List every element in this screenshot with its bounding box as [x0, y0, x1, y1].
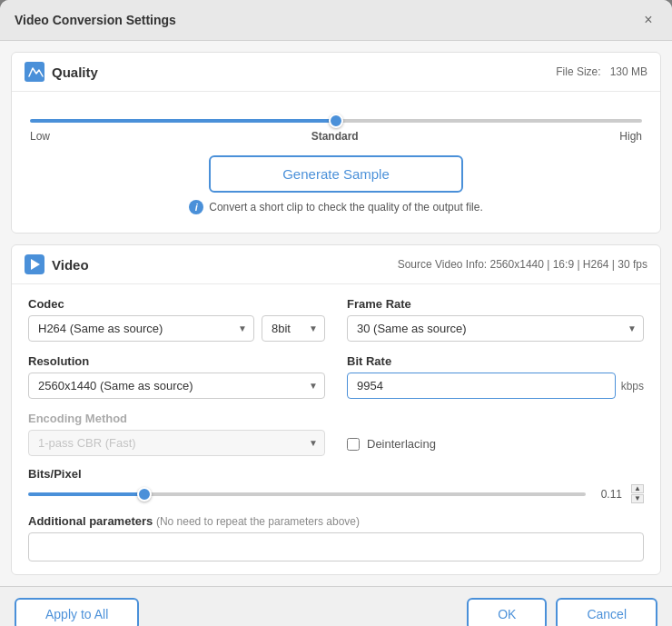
- slider-label-high: High: [619, 130, 642, 143]
- codec-select-wrapper: H264 (Same as source) ▼: [28, 315, 254, 342]
- resolution-select[interactable]: 2560x1440 (Same as source): [28, 373, 325, 399]
- additional-params-section: Additional parameters (No need to repeat…: [28, 514, 644, 561]
- quality-header: Quality File Size: 130 MB: [12, 53, 660, 92]
- title-bar: Video Conversion Settings ×: [0, 0, 672, 41]
- slider-label-low: Low: [30, 130, 50, 143]
- resolution-select-wrapper: 2560x1440 (Same as source) ▼: [28, 373, 325, 399]
- deinterlacing-row: Deinterlacing: [347, 437, 644, 451]
- hint-text: Convert a short clip to check the qualit…: [209, 201, 483, 214]
- bitrate-row: 9954 kbps: [347, 373, 644, 399]
- encoding-method-select: 1-pass CBR (Fast): [28, 430, 325, 456]
- frame-rate-select[interactable]: 30 (Same as source): [347, 315, 644, 342]
- content-area: Quality File Size: 130 MB Low Standard H…: [0, 41, 672, 586]
- quality-section: Quality File Size: 130 MB Low Standard H…: [11, 52, 661, 234]
- bitrate-label: Bit Rate: [347, 354, 644, 368]
- deinterlacing-checkbox[interactable]: [347, 438, 360, 451]
- bits-pixel-spinner: ▲ ▼: [631, 484, 644, 503]
- video-form-grid: Codec H264 (Same as source) ▼ 8bit: [28, 297, 644, 456]
- cancel-button[interactable]: Cancel: [556, 598, 657, 626]
- deinterlacing-group: - Deinterlacing: [347, 412, 644, 456]
- file-size-value: 130 MB: [610, 65, 647, 78]
- quality-body: Low Standard High Generate Sample i Conv…: [12, 92, 660, 233]
- slider-labels: Low Standard High: [30, 130, 642, 143]
- bits-pixel-label: Bits/Pixel: [28, 467, 644, 481]
- bit-depth-select-wrapper: 8bit ▼: [262, 315, 325, 342]
- apply-all-button[interactable]: Apply to All: [15, 598, 139, 626]
- bitrate-unit: kbps: [621, 380, 644, 392]
- video-icon: [25, 254, 44, 274]
- resolution-label: Resolution: [28, 354, 325, 368]
- bits-slider-row: 0.11 ▲ ▼: [28, 484, 644, 503]
- slider-label-standard: Standard: [311, 130, 359, 143]
- video-header: Video Source Video Info: 2560x1440 | 16:…: [12, 245, 660, 284]
- bit-depth-select[interactable]: 8bit: [262, 315, 325, 342]
- deinterlacing-label: Deinterlacing: [367, 437, 436, 451]
- ok-button[interactable]: OK: [467, 598, 547, 626]
- frame-rate-select-wrapper: 30 (Same as source) ▼: [347, 315, 644, 342]
- bitrate-group: Bit Rate 9954 kbps: [347, 354, 644, 399]
- bits-pixel-slider[interactable]: [28, 492, 586, 496]
- video-body: Codec H264 (Same as source) ▼ 8bit: [12, 284, 660, 574]
- video-section: Video Source Video Info: 2560x1440 | 16:…: [11, 244, 661, 575]
- play-triangle: [31, 259, 40, 270]
- bits-increment-button[interactable]: ▲: [631, 484, 644, 493]
- codec-label: Codec: [28, 297, 325, 311]
- dialog-title: Video Conversion Settings: [15, 13, 176, 27]
- encoding-method-label: Encoding Method: [28, 412, 325, 425]
- bits-decrement-button[interactable]: ▼: [631, 494, 644, 503]
- bits-pixel-value: 0.11: [595, 488, 622, 501]
- resolution-group: Resolution 2560x1440 (Same as source) ▼: [28, 354, 325, 399]
- encoding-method-group: Encoding Method 1-pass CBR (Fast) ▼: [28, 412, 325, 456]
- video-source-info: Source Video Info: 2560x1440 | 16:9 | H2…: [398, 258, 647, 271]
- info-icon: i: [189, 200, 203, 214]
- additional-params-strong: Additional parameters: [28, 514, 153, 528]
- dialog-container: Video Conversion Settings × Quality File…: [0, 0, 672, 626]
- additional-params-hint: (No need to repeat the parameters above): [156, 515, 360, 528]
- bitrate-input[interactable]: 9954: [347, 373, 616, 399]
- codec-row: H264 (Same as source) ▼ 8bit ▼: [28, 315, 325, 342]
- frame-rate-label: Frame Rate: [347, 297, 644, 311]
- close-button[interactable]: ×: [639, 11, 657, 29]
- file-size-label: File Size:: [556, 65, 600, 78]
- additional-params-input[interactable]: [28, 532, 644, 561]
- codec-group: Codec H264 (Same as source) ▼ 8bit: [28, 297, 325, 342]
- additional-params-label: Additional parameters (No need to repeat…: [28, 514, 644, 528]
- frame-rate-group: Frame Rate 30 (Same as source) ▼: [347, 297, 644, 342]
- codec-select[interactable]: H264 (Same as source): [28, 315, 254, 342]
- file-size-info: File Size: 130 MB: [556, 65, 647, 78]
- generate-sample-button[interactable]: Generate Sample: [209, 155, 463, 193]
- video-title: Video: [52, 257, 89, 273]
- video-header-left: Video: [25, 254, 89, 274]
- sample-hint: i Convert a short clip to check the qual…: [30, 200, 642, 214]
- footer-right: OK Cancel: [467, 598, 657, 626]
- bits-pixel-section: Bits/Pixel 0.11 ▲ ▼: [28, 467, 644, 503]
- quality-icon: [25, 62, 44, 82]
- footer: Apply to All OK Cancel: [0, 586, 672, 626]
- quality-header-left: Quality: [25, 62, 98, 82]
- quality-title: Quality: [52, 65, 98, 80]
- quality-slider-container: Low Standard High: [30, 110, 642, 143]
- quality-slider[interactable]: [30, 119, 642, 123]
- encoding-select-wrapper: 1-pass CBR (Fast) ▼: [28, 430, 325, 456]
